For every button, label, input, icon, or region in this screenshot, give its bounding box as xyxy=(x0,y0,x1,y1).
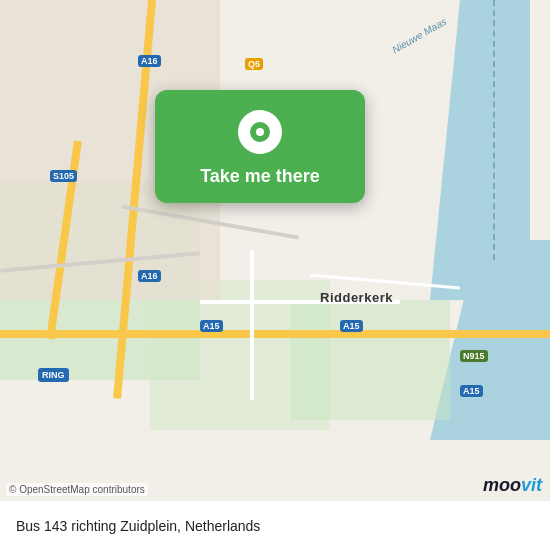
road-badge-a15-far: A15 xyxy=(460,385,483,397)
city-label: Ridderkerk xyxy=(320,290,393,305)
bottom-info-bar: Bus 143 richting Zuidplein, Netherlands xyxy=(0,500,550,550)
moovit-logo: moovit xyxy=(483,475,542,496)
road-minor-4 xyxy=(250,250,254,400)
green-area-3 xyxy=(290,300,450,420)
map-copyright: © OpenStreetMap contributors xyxy=(6,483,148,496)
road-badge-q5: Q5 xyxy=(245,58,263,70)
logo-part2: vit xyxy=(521,475,542,495)
road-badge-a16-mid: A16 xyxy=(138,270,161,282)
popup-card[interactable]: Take me there xyxy=(155,90,365,203)
road-badge-a16-top: A16 xyxy=(138,55,161,67)
road-badge-s105: S105 xyxy=(50,170,77,182)
location-pin-icon xyxy=(250,122,270,142)
road-a15-horizontal xyxy=(0,330,550,338)
map-boundary-line xyxy=(493,0,495,260)
road-badge-ring: RING xyxy=(38,368,69,382)
popup-pin-container xyxy=(238,110,282,154)
route-name: Bus 143 richting Zuidplein, Netherlands xyxy=(16,518,260,534)
logo-part1: moo xyxy=(483,475,521,495)
app-container: A16 A16 S105 A15 A15 A15 N915 Q5 RING Ni… xyxy=(0,0,550,550)
take-me-there-button[interactable]: Take me there xyxy=(200,166,320,187)
road-badge-a15-right: A15 xyxy=(340,320,363,332)
road-badge-n915: N915 xyxy=(460,350,488,362)
map-area[interactable]: A16 A16 S105 A15 A15 A15 N915 Q5 RING Ni… xyxy=(0,0,550,500)
road-badge-a15-left: A15 xyxy=(200,320,223,332)
